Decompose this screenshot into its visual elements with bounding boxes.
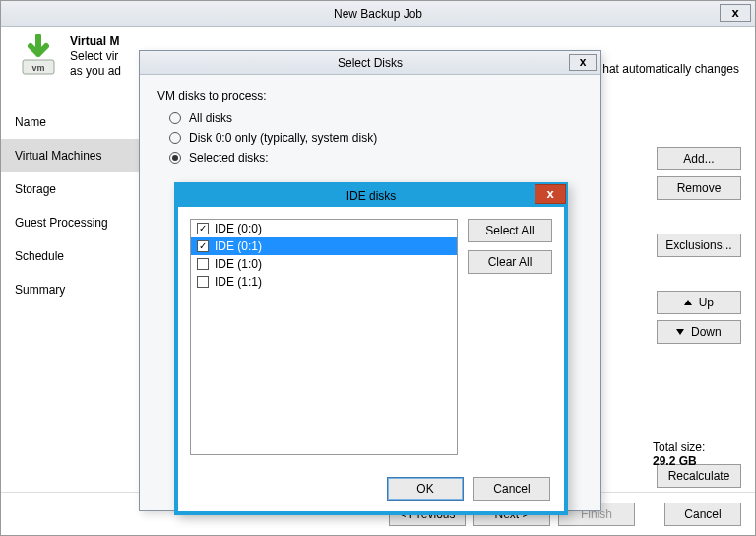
vm-step-icon: vm <box>17 34 60 78</box>
cancel-button[interactable]: Cancel <box>664 502 741 526</box>
ide-disks-close-button[interactable]: x <box>535 184 566 204</box>
wizard-body: vm Virtual M Select vir as you ad hat au… <box>1 27 755 535</box>
move-down-button[interactable]: Down <box>657 320 741 344</box>
disk-item-ide-1-1[interactable]: IDE (1:1) <box>191 273 457 291</box>
nav-item-virtual-machines[interactable]: Virtual Machines <box>1 139 155 172</box>
select-disks-title: Select Disks <box>338 56 403 70</box>
checkbox-icon[interactable]: ✓ <box>197 240 209 252</box>
radio-disk-0-0-only[interactable]: Disk 0:0 only (typically, system disk) <box>158 128 583 148</box>
ide-disks-dialog: IDE disks x ✓ IDE (0:0) ✓ IDE (0:1) IDE … <box>174 182 568 515</box>
nav-item-name[interactable]: Name <box>1 105 155 139</box>
wizard-nav-sidebar: Name Virtual Machines Storage Guest Proc… <box>1 105 155 488</box>
checkbox-icon[interactable] <box>197 258 209 270</box>
main-window-titlebar: New Backup Job x <box>1 1 755 27</box>
checkbox-icon[interactable] <box>197 276 209 288</box>
select-all-button[interactable]: Select All <box>468 219 552 242</box>
arrow-down-icon <box>676 329 684 335</box>
ide-disks-body: ✓ IDE (0:0) ✓ IDE (0:1) IDE (1:0) IDE (1… <box>178 207 564 467</box>
window-title: New Backup Job <box>334 7 422 21</box>
ide-disks-footer: OK Cancel <box>178 467 564 510</box>
select-disks-body: VM disks to process: All disks Disk 0:0 … <box>140 75 600 181</box>
disk-item-ide-0-1[interactable]: ✓ IDE (0:1) <box>191 237 457 255</box>
ide-disk-list[interactable]: ✓ IDE (0:0) ✓ IDE (0:1) IDE (1:0) IDE (1… <box>190 219 458 455</box>
radio-icon <box>169 132 181 144</box>
select-disks-close-button[interactable]: x <box>569 54 597 71</box>
checkbox-icon[interactable]: ✓ <box>197 223 209 234</box>
arrow-up-icon <box>684 300 692 305</box>
ide-disks-title: IDE disks <box>346 189 397 203</box>
radio-icon <box>169 152 181 164</box>
svg-text:vm: vm <box>32 63 44 73</box>
select-disks-titlebar: Select Disks x <box>140 51 600 75</box>
remove-button[interactable]: Remove <box>657 176 741 200</box>
disk-item-ide-1-0[interactable]: IDE (1:0) <box>191 255 457 273</box>
disk-item-ide-0-0[interactable]: ✓ IDE (0:0) <box>191 220 457 237</box>
move-up-button[interactable]: Up <box>657 291 741 314</box>
main-window-close-button[interactable]: x <box>720 4 751 22</box>
step-header-right-fragment: hat automatically changes <box>602 62 739 76</box>
radio-icon <box>169 112 181 124</box>
total-size-display: Total size: 29.2 GB <box>653 440 741 468</box>
nav-item-guest-processing[interactable]: Guest Processing <box>1 206 155 239</box>
ide-ok-button[interactable]: OK <box>387 477 464 501</box>
nav-item-storage[interactable]: Storage <box>1 172 155 206</box>
exclusions-button[interactable]: Exclusions... <box>657 234 741 257</box>
disks-group-label: VM disks to process: <box>158 89 583 102</box>
radio-selected-disks[interactable]: Selected disks: <box>158 148 583 168</box>
step-header-text: Virtual M Select vir as you ad <box>70 34 121 90</box>
step-subtext-2: as you ad <box>70 64 121 78</box>
add-button[interactable]: Add... <box>657 147 741 170</box>
ide-side-buttons: Select All Clear All <box>468 219 552 455</box>
total-size-value: 29.2 GB <box>653 454 697 468</box>
radio-all-disks[interactable]: All disks <box>158 108 583 128</box>
clear-all-button[interactable]: Clear All <box>468 250 552 274</box>
total-size-label: Total size: <box>653 440 705 454</box>
nav-item-schedule[interactable]: Schedule <box>1 239 155 273</box>
ide-disks-titlebar: IDE disks x <box>177 185 565 207</box>
step-title: Virtual M <box>70 34 119 48</box>
nav-item-summary[interactable]: Summary <box>1 273 155 306</box>
vm-side-button-column: Add... Remove Exclusions... Up Down Reca… <box>657 147 741 488</box>
ide-cancel-button[interactable]: Cancel <box>473 477 550 501</box>
step-subtext-1: Select vir <box>70 49 118 63</box>
